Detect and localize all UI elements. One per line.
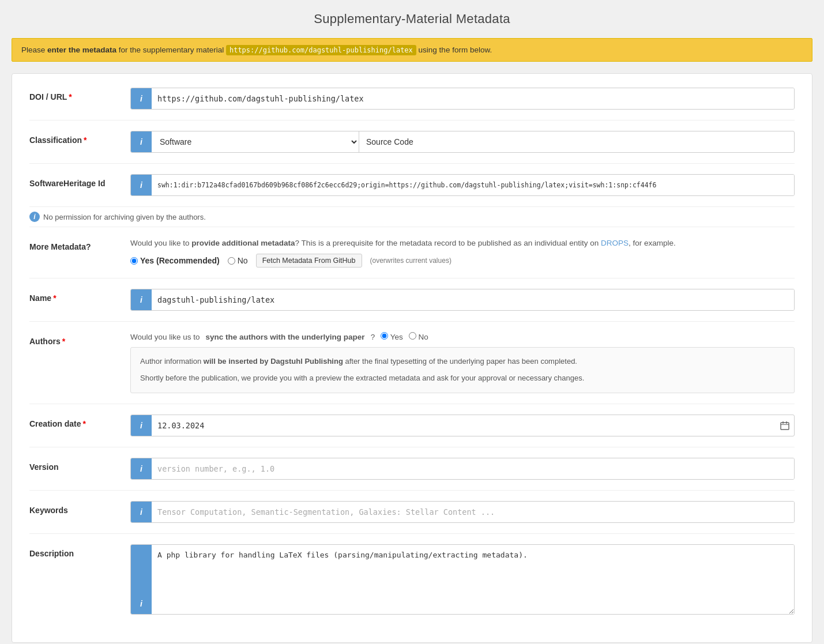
keywords-label: Keywords (29, 501, 130, 515)
date-input-wrapper: i (130, 415, 795, 436)
notice-middle: for the supplementary material (119, 46, 226, 54)
authors-sync-row: Would you like us to sync the authors wi… (130, 332, 795, 341)
authors-content: Would you like us to sync the authors wi… (130, 332, 795, 393)
authors-info-p2: Shortly before the publication, we provi… (140, 372, 785, 385)
doi-content: i (130, 88, 795, 110)
authors-info-box: Author information will be inserted by D… (130, 347, 795, 393)
source-code-label: Source Code (359, 131, 794, 152)
name-info-btn[interactable]: i (131, 289, 152, 310)
notice-bar: Please enter the metadata for the supple… (12, 38, 812, 62)
authors-no-radio[interactable] (409, 332, 416, 340)
doi-input-wrapper: i (130, 88, 795, 110)
swh-label: SoftwareHeritage Id (29, 174, 130, 188)
version-info-btn[interactable]: i (131, 458, 152, 479)
creation-date-label: Creation date* (29, 415, 130, 428)
description-textarea-wrapper: i A php library for handling LaTeX files… (130, 544, 795, 615)
no-label-radio[interactable]: No (228, 256, 248, 265)
authors-info-p1: Author information will be inserted by D… (140, 356, 785, 368)
swh-row: SoftwareHeritage Id i (29, 174, 795, 207)
swh-input-wrapper: i (130, 174, 795, 196)
keywords-content: i (130, 501, 795, 523)
authors-row: Authors* Would you like us to sync the a… (29, 332, 795, 404)
swh-content: i (130, 174, 795, 196)
version-content: i (130, 458, 795, 480)
form-card: DOI / URL* i Classification* i Software (12, 73, 812, 643)
classification-row: Classification* i Software Dataset Other… (29, 131, 795, 164)
name-row: Name* i (29, 289, 795, 322)
version-input-wrapper: i (130, 458, 795, 480)
keywords-input-wrapper: i (130, 501, 795, 523)
swh-input[interactable] (152, 175, 794, 195)
authors-yes-radio[interactable] (381, 332, 388, 340)
version-label: Version (29, 458, 130, 472)
no-permission-notice: i No permission for archiving given by t… (29, 212, 795, 222)
name-input-wrapper: i (130, 289, 795, 311)
keywords-info-btn[interactable]: i (131, 502, 152, 522)
no-permission-text: No permission for archiving given by the… (43, 213, 206, 221)
creation-date-row: Creation date* i (29, 415, 795, 447)
divider-1 (29, 227, 795, 227)
more-meta-content: Would you like to provide additional met… (130, 238, 795, 268)
no-permission-icon: i (29, 212, 40, 222)
keywords-row: Keywords i (29, 501, 795, 534)
no-radio[interactable] (228, 257, 235, 265)
description-content: i A php library for handling LaTeX files… (130, 544, 795, 615)
classification-select-wrapper: i Software Dataset Other Source Code (130, 131, 795, 153)
creation-date-content: i (130, 415, 795, 436)
doi-label: DOI / URL* (29, 88, 130, 101)
creation-date-info-btn[interactable]: i (131, 415, 152, 436)
name-input[interactable] (152, 289, 794, 310)
classification-label: Classification* (29, 131, 130, 145)
more-meta-row: More Metadata? Would you like to provide… (29, 238, 795, 278)
version-row: Version i (29, 458, 795, 491)
doi-info-btn[interactable]: i (131, 88, 152, 109)
classification-select[interactable]: Software Dataset Other (152, 131, 359, 152)
calendar-icon[interactable] (776, 415, 794, 436)
doi-input[interactable] (152, 88, 794, 109)
drops-link[interactable]: DROPS (601, 239, 629, 247)
swh-info-btn[interactable]: i (131, 175, 152, 195)
fetch-metadata-btn[interactable]: Fetch Metadata From GitHub (256, 254, 362, 268)
yes-recommended-radio[interactable] (130, 257, 138, 265)
keywords-input[interactable] (152, 502, 794, 522)
doi-row: DOI / URL* i (29, 88, 795, 120)
description-label: Description (29, 544, 130, 558)
name-content: i (130, 289, 795, 311)
notice-strong: enter the metadata (47, 46, 116, 54)
creation-date-input[interactable] (152, 415, 776, 436)
description-info-col[interactable]: i (131, 545, 152, 614)
description-row: Description i A php library for handling… (29, 544, 795, 625)
fetch-note: (overwrites current values) (370, 257, 451, 265)
name-label: Name* (29, 289, 130, 303)
classification-info-btn[interactable]: i (131, 131, 152, 152)
more-meta-text: Would you like to provide additional met… (130, 238, 795, 249)
description-textarea[interactable]: A php library for handling LaTeX files (… (152, 545, 794, 614)
authors-no-label[interactable]: No (409, 332, 428, 341)
notice-prefix: Please (21, 46, 47, 54)
more-meta-radio-row: Yes (Recommended) No Fetch Metadata From… (130, 254, 795, 268)
svg-rect-0 (781, 423, 789, 430)
yes-recommended-label[interactable]: Yes (Recommended) (130, 256, 220, 265)
notice-suffix: using the form below. (419, 46, 492, 54)
version-input[interactable] (152, 458, 794, 479)
notice-url: https://github.com/dagstuhl-publishing/l… (226, 45, 416, 55)
more-meta-label: More Metadata? (29, 238, 130, 251)
classification-content: i Software Dataset Other Source Code (130, 131, 795, 153)
page-title: Supplementary-Material Metadata (12, 12, 812, 27)
authors-yes-label[interactable]: Yes (381, 332, 403, 341)
authors-label: Authors* (29, 332, 130, 346)
